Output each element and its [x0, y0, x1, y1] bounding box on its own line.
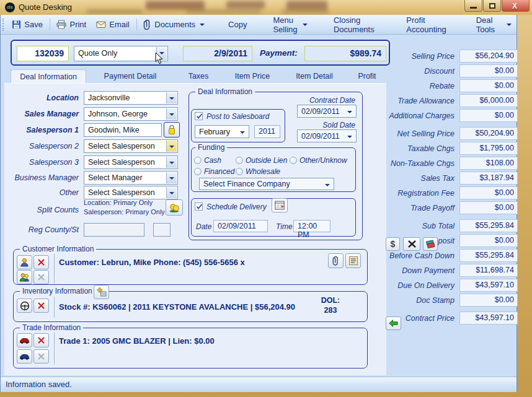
- sales-manager-dropdown[interactable]: Johnson, George: [84, 107, 178, 121]
- salesperson2-dropdown[interactable]: Select Salesperson: [84, 139, 178, 153]
- funding-cash-radio[interactable]: [194, 157, 202, 164]
- contract-price-import-button[interactable]: [386, 316, 401, 330]
- dropdown-arrow-icon[interactable]: [345, 131, 355, 141]
- salesperson3-dropdown[interactable]: Select Salesperson: [84, 155, 178, 169]
- save-button[interactable]: Save: [7, 17, 48, 33]
- delivery-time-field[interactable]: 12:00 PM: [293, 220, 330, 232]
- edit-customer-button[interactable]: [17, 255, 32, 269]
- pricing-value[interactable]: $6,000.00: [459, 94, 518, 107]
- closing-documents-button[interactable]: Closing Documents: [329, 17, 381, 33]
- pricing-value[interactable]: $0.00: [459, 186, 518, 199]
- tab-item-price[interactable]: Item Price: [223, 69, 282, 84]
- funding-wholesale-radio[interactable]: [236, 168, 243, 175]
- maximize-button[interactable]: [483, 0, 501, 12]
- pricing-value[interactable]: $108.00: [459, 157, 518, 170]
- documents-button[interactable]: Documents: [138, 17, 210, 33]
- deposit-clear-button[interactable]: [403, 237, 420, 251]
- schedule-delivery-checkbox[interactable]: [195, 203, 203, 211]
- salesperson-lock-button[interactable]: [164, 122, 180, 137]
- pricing-value[interactable]: $43,597.10: [459, 279, 518, 292]
- divider: [54, 297, 55, 318]
- window-titlebar: ds Quote Desking X: [0, 0, 532, 15]
- pricing-value[interactable]: $0.00: [459, 79, 518, 92]
- add-inventory-button[interactable]: [94, 285, 109, 299]
- funding-outside-lien-radio[interactable]: [236, 157, 243, 164]
- remove-trade1-button[interactable]: [33, 333, 49, 347]
- edit-trade2-button[interactable]: [17, 349, 32, 364]
- pricing-value[interactable]: $55,295.84: [459, 219, 518, 232]
- pricing-value[interactable]: $11,698.74: [459, 264, 518, 277]
- pricing-value[interactable]: $0.00: [459, 201, 518, 214]
- salesboard-year-field[interactable]: 2011: [254, 125, 280, 138]
- tab-taxes[interactable]: Taxes: [174, 69, 223, 84]
- copy-button[interactable]: Copy: [223, 17, 252, 33]
- dropdown-arrow-icon[interactable]: [166, 108, 177, 120]
- deposit-dollar-button[interactable]: $: [386, 237, 400, 251]
- pricing-value[interactable]: $1,795.00: [459, 142, 518, 155]
- dropdown-arrow-icon[interactable]: [166, 187, 177, 198]
- toolbar-separator: [50, 19, 50, 31]
- print-button[interactable]: Print: [51, 17, 91, 33]
- remove-trade2-button[interactable]: [33, 349, 49, 364]
- pricing-value[interactable]: $0.00: [459, 294, 518, 307]
- close-button[interactable]: X: [502, 0, 530, 12]
- pricing-value[interactable]: $0.00: [459, 109, 518, 122]
- pricing-value[interactable]: $0.00: [459, 64, 518, 77]
- dropdown-arrow-icon[interactable]: [166, 92, 177, 103]
- split-counts-button[interactable]: [166, 199, 183, 216]
- edit-trade1-button[interactable]: [17, 333, 32, 347]
- delivery-date-field[interactable]: 02/09/2011: [213, 220, 268, 232]
- tab-deal-information[interactable]: Deal Information: [11, 69, 86, 84]
- funding-financed-radio[interactable]: [194, 168, 202, 175]
- business-manager-dropdown[interactable]: Select Manager: [84, 171, 178, 185]
- minimize-button[interactable]: [464, 0, 482, 12]
- contract-date-dropdown[interactable]: 02/09/2011: [297, 105, 357, 118]
- quote-type-dropdown[interactable]: Quote Only: [74, 46, 168, 61]
- dropdown-arrow-icon[interactable]: [237, 126, 248, 137]
- post-to-salesboard-checkbox[interactable]: [195, 112, 203, 120]
- finance-company-dropdown[interactable]: Select Finance Company: [199, 178, 334, 190]
- edit-inventory-button[interactable]: [17, 299, 32, 313]
- email-button[interactable]: Email: [91, 17, 135, 33]
- reg-county-label: Reg County/St: [1, 225, 79, 234]
- dropdown-arrow-icon[interactable]: [166, 141, 177, 152]
- pricing-value[interactable]: $50,204.90: [459, 127, 518, 140]
- quote-number-field[interactable]: 132039: [17, 46, 69, 61]
- payment-amount-field[interactable]: $989.74: [304, 46, 386, 61]
- pricing-value[interactable]: $43,597.10: [459, 312, 518, 325]
- salesperson1-field[interactable]: Goodwin, Mike: [84, 123, 162, 137]
- dropdown-arrow-icon[interactable]: [166, 157, 177, 168]
- car-red-icon: [19, 337, 30, 344]
- business-manager-value: Select Manager: [88, 173, 143, 182]
- pricing-value[interactable]: $55,295.84: [459, 249, 518, 262]
- dropdown-arrow-icon[interactable]: [345, 106, 355, 116]
- funding-other-radio[interactable]: [290, 157, 297, 164]
- remove-inventory-button[interactable]: [33, 299, 49, 313]
- tab-item-detail[interactable]: Item Detail: [282, 69, 347, 84]
- location-dropdown[interactable]: Jacksonville: [84, 91, 178, 105]
- quote-date-field[interactable]: 2/9/2011: [183, 46, 252, 61]
- deposit-payment-methods-button[interactable]: [423, 237, 438, 251]
- other-dropdown[interactable]: Select Salesperson: [84, 186, 178, 199]
- menu-selling-button[interactable]: Menu Selling: [268, 17, 313, 33]
- customer-attachments-button[interactable]: [328, 253, 344, 268]
- profit-accounting-button[interactable]: Profit Accounting: [401, 17, 451, 33]
- pricing-value[interactable]: $0.00: [459, 234, 518, 247]
- dropdown-arrow-icon[interactable]: [322, 179, 333, 189]
- edit-cobuyer-button[interactable]: [17, 270, 32, 284]
- reg-state-field[interactable]: [153, 223, 171, 237]
- customer-notes-button[interactable]: [345, 253, 361, 268]
- reg-county-field[interactable]: [84, 223, 144, 237]
- sold-date-dropdown[interactable]: 02/09/2011: [297, 129, 357, 142]
- tab-profit[interactable]: Profit: [347, 69, 388, 84]
- schedule-calendar-button[interactable]: [272, 198, 288, 212]
- remove-cobuyer-button[interactable]: [33, 270, 49, 284]
- pricing-value[interactable]: $56,204.90: [459, 50, 518, 63]
- tab-payment-detail[interactable]: Payment Detail: [86, 69, 174, 84]
- remove-customer-button[interactable]: [33, 255, 49, 269]
- deal-tools-button[interactable]: Deal Tools: [471, 17, 516, 33]
- pricing-value[interactable]: $3,187.94: [459, 172, 518, 185]
- dropdown-arrow-icon[interactable]: [166, 172, 177, 183]
- salesboard-month-dropdown[interactable]: February: [195, 125, 249, 138]
- background-window-artifact: [87, 9, 143, 14]
